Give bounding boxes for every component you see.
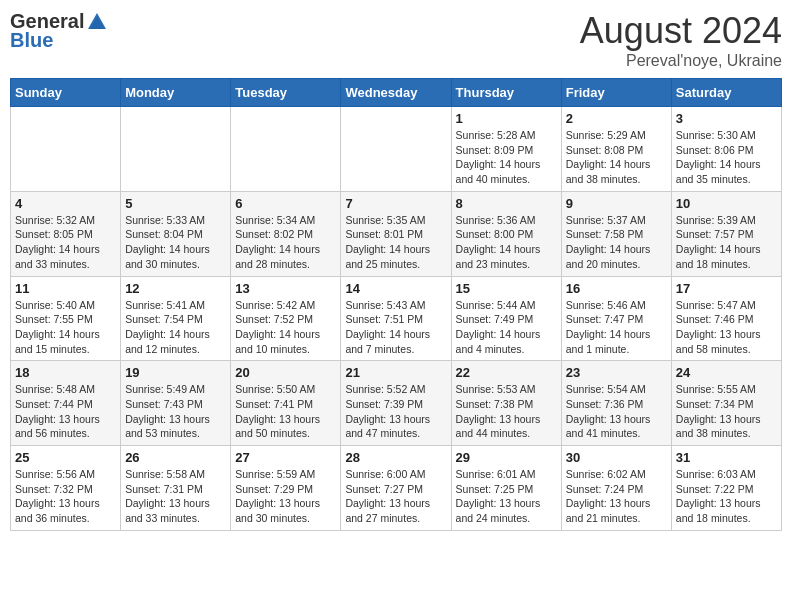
day-info: Sunrise: 5:52 AMSunset: 7:39 PMDaylight:… (345, 382, 446, 441)
day-number: 15 (456, 281, 557, 296)
day-number: 11 (15, 281, 116, 296)
calendar-cell: 28Sunrise: 6:00 AMSunset: 7:27 PMDayligh… (341, 446, 451, 531)
calendar-cell: 7Sunrise: 5:35 AMSunset: 8:01 PMDaylight… (341, 191, 451, 276)
calendar-cell: 31Sunrise: 6:03 AMSunset: 7:22 PMDayligh… (671, 446, 781, 531)
day-header-sunday: Sunday (11, 79, 121, 107)
day-number: 19 (125, 365, 226, 380)
day-info: Sunrise: 5:56 AMSunset: 7:32 PMDaylight:… (15, 467, 116, 526)
day-number: 1 (456, 111, 557, 126)
day-number: 23 (566, 365, 667, 380)
day-number: 30 (566, 450, 667, 465)
day-number: 27 (235, 450, 336, 465)
day-number: 2 (566, 111, 667, 126)
day-info: Sunrise: 5:58 AMSunset: 7:31 PMDaylight:… (125, 467, 226, 526)
day-number: 6 (235, 196, 336, 211)
day-info: Sunrise: 5:48 AMSunset: 7:44 PMDaylight:… (15, 382, 116, 441)
day-number: 12 (125, 281, 226, 296)
day-header-friday: Friday (561, 79, 671, 107)
calendar-cell: 19Sunrise: 5:49 AMSunset: 7:43 PMDayligh… (121, 361, 231, 446)
day-info: Sunrise: 5:47 AMSunset: 7:46 PMDaylight:… (676, 298, 777, 357)
calendar-cell: 3Sunrise: 5:30 AMSunset: 8:06 PMDaylight… (671, 107, 781, 192)
day-info: Sunrise: 5:32 AMSunset: 8:05 PMDaylight:… (15, 213, 116, 272)
calendar-cell: 14Sunrise: 5:43 AMSunset: 7:51 PMDayligh… (341, 276, 451, 361)
day-number: 18 (15, 365, 116, 380)
day-number: 7 (345, 196, 446, 211)
day-number: 26 (125, 450, 226, 465)
week-row-1: 1Sunrise: 5:28 AMSunset: 8:09 PMDaylight… (11, 107, 782, 192)
calendar-cell: 18Sunrise: 5:48 AMSunset: 7:44 PMDayligh… (11, 361, 121, 446)
day-info: Sunrise: 6:03 AMSunset: 7:22 PMDaylight:… (676, 467, 777, 526)
calendar-cell: 15Sunrise: 5:44 AMSunset: 7:49 PMDayligh… (451, 276, 561, 361)
day-number: 4 (15, 196, 116, 211)
calendar-cell: 11Sunrise: 5:40 AMSunset: 7:55 PMDayligh… (11, 276, 121, 361)
day-info: Sunrise: 5:41 AMSunset: 7:54 PMDaylight:… (125, 298, 226, 357)
calendar-cell: 4Sunrise: 5:32 AMSunset: 8:05 PMDaylight… (11, 191, 121, 276)
day-info: Sunrise: 5:44 AMSunset: 7:49 PMDaylight:… (456, 298, 557, 357)
calendar-cell: 2Sunrise: 5:29 AMSunset: 8:08 PMDaylight… (561, 107, 671, 192)
day-number: 24 (676, 365, 777, 380)
week-row-5: 25Sunrise: 5:56 AMSunset: 7:32 PMDayligh… (11, 446, 782, 531)
logo-icon (86, 11, 108, 33)
day-number: 5 (125, 196, 226, 211)
day-number: 10 (676, 196, 777, 211)
day-number: 17 (676, 281, 777, 296)
day-number: 22 (456, 365, 557, 380)
day-info: Sunrise: 5:30 AMSunset: 8:06 PMDaylight:… (676, 128, 777, 187)
day-number: 14 (345, 281, 446, 296)
day-header-saturday: Saturday (671, 79, 781, 107)
day-info: Sunrise: 5:33 AMSunset: 8:04 PMDaylight:… (125, 213, 226, 272)
day-header-wednesday: Wednesday (341, 79, 451, 107)
calendar-cell: 16Sunrise: 5:46 AMSunset: 7:47 PMDayligh… (561, 276, 671, 361)
calendar-cell (11, 107, 121, 192)
calendar-cell: 9Sunrise: 5:37 AMSunset: 7:58 PMDaylight… (561, 191, 671, 276)
day-info: Sunrise: 5:35 AMSunset: 8:01 PMDaylight:… (345, 213, 446, 272)
main-title: August 2024 (580, 10, 782, 52)
calendar-cell: 13Sunrise: 5:42 AMSunset: 7:52 PMDayligh… (231, 276, 341, 361)
day-info: Sunrise: 6:00 AMSunset: 7:27 PMDaylight:… (345, 467, 446, 526)
calendar-cell: 6Sunrise: 5:34 AMSunset: 8:02 PMDaylight… (231, 191, 341, 276)
calendar-cell: 30Sunrise: 6:02 AMSunset: 7:24 PMDayligh… (561, 446, 671, 531)
calendar-cell: 29Sunrise: 6:01 AMSunset: 7:25 PMDayligh… (451, 446, 561, 531)
calendar-cell: 20Sunrise: 5:50 AMSunset: 7:41 PMDayligh… (231, 361, 341, 446)
day-number: 31 (676, 450, 777, 465)
day-info: Sunrise: 5:36 AMSunset: 8:00 PMDaylight:… (456, 213, 557, 272)
day-number: 29 (456, 450, 557, 465)
calendar-cell: 25Sunrise: 5:56 AMSunset: 7:32 PMDayligh… (11, 446, 121, 531)
calendar-cell (341, 107, 451, 192)
day-info: Sunrise: 6:01 AMSunset: 7:25 PMDaylight:… (456, 467, 557, 526)
day-info: Sunrise: 5:28 AMSunset: 8:09 PMDaylight:… (456, 128, 557, 187)
day-number: 28 (345, 450, 446, 465)
calendar-cell: 17Sunrise: 5:47 AMSunset: 7:46 PMDayligh… (671, 276, 781, 361)
calendar-cell: 1Sunrise: 5:28 AMSunset: 8:09 PMDaylight… (451, 107, 561, 192)
calendar-cell: 23Sunrise: 5:54 AMSunset: 7:36 PMDayligh… (561, 361, 671, 446)
day-number: 25 (15, 450, 116, 465)
week-row-4: 18Sunrise: 5:48 AMSunset: 7:44 PMDayligh… (11, 361, 782, 446)
subtitle: Pereval'noye, Ukraine (580, 52, 782, 70)
calendar-cell: 22Sunrise: 5:53 AMSunset: 7:38 PMDayligh… (451, 361, 561, 446)
calendar-header-row: SundayMondayTuesdayWednesdayThursdayFrid… (11, 79, 782, 107)
day-number: 8 (456, 196, 557, 211)
title-block: August 2024 Pereval'noye, Ukraine (580, 10, 782, 70)
page-header: General Blue August 2024 Pereval'noye, U… (10, 10, 782, 70)
day-number: 16 (566, 281, 667, 296)
day-info: Sunrise: 5:29 AMSunset: 8:08 PMDaylight:… (566, 128, 667, 187)
calendar-cell: 26Sunrise: 5:58 AMSunset: 7:31 PMDayligh… (121, 446, 231, 531)
day-header-thursday: Thursday (451, 79, 561, 107)
day-info: Sunrise: 5:34 AMSunset: 8:02 PMDaylight:… (235, 213, 336, 272)
day-number: 13 (235, 281, 336, 296)
day-info: Sunrise: 5:50 AMSunset: 7:41 PMDaylight:… (235, 382, 336, 441)
day-info: Sunrise: 5:37 AMSunset: 7:58 PMDaylight:… (566, 213, 667, 272)
day-info: Sunrise: 6:02 AMSunset: 7:24 PMDaylight:… (566, 467, 667, 526)
calendar-cell: 5Sunrise: 5:33 AMSunset: 8:04 PMDaylight… (121, 191, 231, 276)
day-number: 21 (345, 365, 446, 380)
day-info: Sunrise: 5:59 AMSunset: 7:29 PMDaylight:… (235, 467, 336, 526)
day-number: 20 (235, 365, 336, 380)
calendar-cell (231, 107, 341, 192)
calendar-table: SundayMondayTuesdayWednesdayThursdayFrid… (10, 78, 782, 531)
day-info: Sunrise: 5:39 AMSunset: 7:57 PMDaylight:… (676, 213, 777, 272)
day-header-tuesday: Tuesday (231, 79, 341, 107)
day-header-monday: Monday (121, 79, 231, 107)
week-row-2: 4Sunrise: 5:32 AMSunset: 8:05 PMDaylight… (11, 191, 782, 276)
logo-blue-text: Blue (10, 29, 53, 52)
day-info: Sunrise: 5:55 AMSunset: 7:34 PMDaylight:… (676, 382, 777, 441)
